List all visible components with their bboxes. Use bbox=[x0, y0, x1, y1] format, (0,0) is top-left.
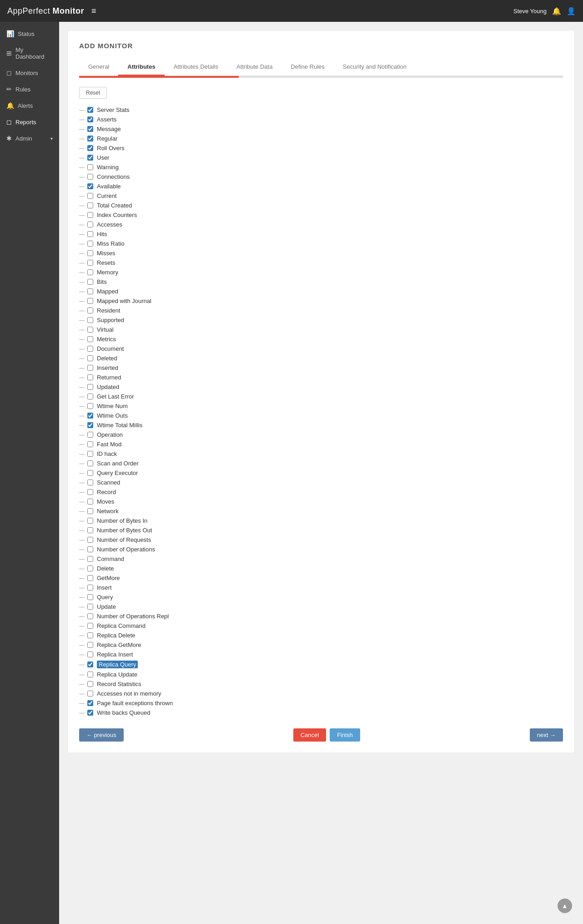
checkbox-fast-mod[interactable] bbox=[87, 441, 93, 447]
checkbox-label-resident[interactable]: Resident bbox=[97, 307, 120, 314]
checkbox-resets[interactable] bbox=[87, 260, 93, 266]
checkbox-resident[interactable] bbox=[87, 308, 93, 313]
previous-button[interactable]: ← previous bbox=[79, 728, 124, 742]
hamburger-icon[interactable]: ≡ bbox=[91, 6, 96, 16]
checkbox-current[interactable] bbox=[87, 193, 93, 199]
checkbox-label-command[interactable]: Command bbox=[97, 555, 124, 562]
checkbox-label-roll-overs[interactable]: Roll Overs bbox=[97, 145, 125, 151]
checkbox-accesses-not-in-memory[interactable] bbox=[87, 691, 93, 697]
sidebar-item-alerts[interactable]: 🔔 Alerts bbox=[0, 97, 59, 114]
checkbox-label-getmore[interactable]: GetMore bbox=[97, 575, 120, 581]
checkbox-label-current[interactable]: Current bbox=[97, 192, 116, 199]
checkbox-label-hits[interactable]: Hits bbox=[97, 231, 107, 237]
checkbox-label-mapped-with-journal[interactable]: Mapped with Journal bbox=[97, 298, 151, 304]
sidebar-item-status[interactable]: 📊 Status bbox=[0, 25, 59, 42]
checkbox-server-stats[interactable] bbox=[87, 107, 93, 113]
checkbox-label-misses[interactable]: Misses bbox=[97, 250, 115, 257]
scroll-to-top-button[interactable]: ▲ bbox=[558, 899, 572, 913]
checkbox-record[interactable] bbox=[87, 489, 93, 495]
checkbox-label-memory[interactable]: Memory bbox=[97, 269, 118, 276]
checkbox-label-id-hack[interactable]: ID hack bbox=[97, 450, 117, 457]
checkbox-moves[interactable] bbox=[87, 499, 93, 505]
checkbox-label-user[interactable]: User bbox=[97, 154, 109, 161]
checkbox-mapped-with-journal[interactable] bbox=[87, 298, 93, 304]
checkbox-available[interactable] bbox=[87, 183, 93, 189]
checkbox-label-scanned[interactable]: Scanned bbox=[97, 479, 120, 486]
checkbox-label-message[interactable]: Message bbox=[97, 126, 121, 132]
checkbox-replica-query[interactable] bbox=[87, 661, 93, 667]
checkbox-returned[interactable] bbox=[87, 374, 93, 380]
reset-button[interactable]: Reset bbox=[79, 87, 107, 99]
checkbox-deleted[interactable] bbox=[87, 355, 93, 361]
checkbox-roll-overs[interactable] bbox=[87, 145, 93, 151]
checkbox-label-record-statistics[interactable]: Record Statistics bbox=[97, 681, 141, 687]
checkbox-label-accesses-not-in-memory[interactable]: Accesses not in memory bbox=[97, 690, 161, 697]
checkbox-scan-and-order[interactable] bbox=[87, 460, 93, 466]
checkbox-number-of-bytes-in[interactable] bbox=[87, 518, 93, 524]
checkbox-label-replica-update[interactable]: Replica Update bbox=[97, 671, 137, 678]
sidebar-item-rules[interactable]: ✏ Rules bbox=[0, 81, 59, 97]
tab-security[interactable]: Security and Notification bbox=[334, 59, 416, 76]
checkbox-number-of-bytes-out[interactable] bbox=[87, 527, 93, 533]
checkbox-updated[interactable] bbox=[87, 384, 93, 390]
checkbox-label-write-backs-queued[interactable]: Write backs Queued bbox=[97, 709, 151, 716]
checkbox-command[interactable] bbox=[87, 556, 93, 562]
bell-icon[interactable]: 🔔 bbox=[552, 7, 561, 15]
checkbox-label-delete[interactable]: Delete bbox=[97, 565, 114, 572]
checkbox-label-replica-insert[interactable]: Replica Insert bbox=[97, 651, 133, 658]
checkbox-record-statistics[interactable] bbox=[87, 681, 93, 687]
checkbox-delete[interactable] bbox=[87, 566, 93, 571]
checkbox-label-total-created[interactable]: Total Created bbox=[97, 202, 132, 209]
checkbox-bits[interactable] bbox=[87, 279, 93, 285]
checkbox-update[interactable] bbox=[87, 604, 93, 610]
checkbox-replica-getmore[interactable] bbox=[87, 642, 93, 648]
checkbox-write-backs-queued[interactable] bbox=[87, 710, 93, 716]
checkbox-number-of-operations[interactable] bbox=[87, 546, 93, 552]
checkbox-label-fast-mod[interactable]: Fast Mod bbox=[97, 441, 121, 448]
checkbox-label-connections[interactable]: Connections bbox=[97, 173, 130, 180]
checkbox-label-get-last-error[interactable]: Get Last Error bbox=[97, 393, 134, 400]
checkbox-label-warning[interactable]: Warning bbox=[97, 164, 119, 171]
checkbox-label-bits[interactable]: Bits bbox=[97, 278, 107, 285]
tab-general[interactable]: General bbox=[79, 59, 118, 76]
checkbox-connections[interactable] bbox=[87, 174, 93, 180]
sidebar-item-reports[interactable]: ◻ Reports bbox=[0, 114, 59, 130]
checkbox-total-created[interactable] bbox=[87, 202, 93, 208]
checkbox-asserts[interactable] bbox=[87, 116, 93, 122]
checkbox-label-regular[interactable]: Regular bbox=[97, 135, 118, 142]
checkbox-document[interactable] bbox=[87, 346, 93, 352]
checkbox-warning[interactable] bbox=[87, 164, 93, 170]
checkbox-id-hack[interactable] bbox=[87, 451, 93, 457]
checkbox-label-operation[interactable]: Operation bbox=[97, 431, 123, 438]
checkbox-label-insert[interactable]: Insert bbox=[97, 584, 112, 591]
checkbox-label-document[interactable]: Document bbox=[97, 345, 124, 352]
checkbox-operation[interactable] bbox=[87, 432, 93, 438]
user-avatar-icon[interactable]: 👤 bbox=[567, 7, 576, 15]
checkbox-label-inserted[interactable]: Inserted bbox=[97, 364, 118, 371]
checkbox-page-fault-exceptions-thrown[interactable] bbox=[87, 700, 93, 706]
sidebar-item-dashboard[interactable]: ⊞ My Dashboard bbox=[0, 42, 59, 65]
checkbox-index-counters[interactable] bbox=[87, 212, 93, 218]
checkbox-wtime-total-millis[interactable] bbox=[87, 422, 93, 428]
checkbox-replica-delete[interactable] bbox=[87, 632, 93, 638]
checkbox-hits[interactable] bbox=[87, 231, 93, 237]
checkbox-wtime-num[interactable] bbox=[87, 403, 93, 409]
sidebar-item-admin[interactable]: ✱ Admin ▾ bbox=[0, 130, 59, 146]
tab-attributes-details[interactable]: Attributes Details bbox=[165, 59, 227, 76]
checkbox-number-of-requests[interactable] bbox=[87, 537, 93, 543]
checkbox-label-metrics[interactable]: Metrics bbox=[97, 336, 116, 343]
checkbox-message[interactable] bbox=[87, 126, 93, 132]
checkbox-label-query[interactable]: Query bbox=[97, 594, 113, 601]
checkbox-network[interactable] bbox=[87, 508, 93, 514]
tab-define-rules[interactable]: Define Rules bbox=[281, 59, 333, 76]
checkbox-label-network[interactable]: Network bbox=[97, 508, 119, 515]
checkbox-label-returned[interactable]: Returned bbox=[97, 374, 121, 381]
checkbox-label-updated[interactable]: Updated bbox=[97, 384, 119, 390]
checkbox-regular[interactable] bbox=[87, 136, 93, 141]
checkbox-label-virtual[interactable]: Virtual bbox=[97, 326, 114, 333]
checkbox-replica-command[interactable] bbox=[87, 623, 93, 629]
checkbox-label-number-of-bytes-in[interactable]: Number of Bytes In bbox=[97, 517, 147, 524]
tab-attributes[interactable]: Attributes bbox=[118, 59, 164, 76]
checkbox-virtual[interactable] bbox=[87, 327, 93, 333]
cancel-button[interactable]: Cancel bbox=[293, 728, 326, 742]
